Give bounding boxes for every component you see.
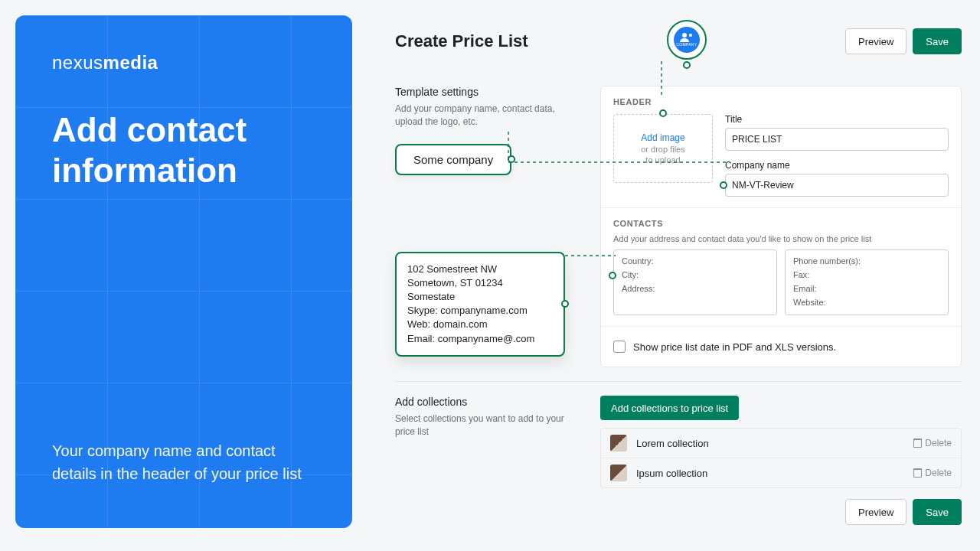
list-item[interactable]: Ipsum collection Delete (601, 458, 961, 487)
promo-panel: nexusmedia Add contact information Your … (15, 15, 352, 528)
title-label: Title (725, 114, 949, 125)
collection-thumb-icon (610, 465, 627, 481)
contact-line: Email: companyname@.com (407, 332, 553, 346)
title-input[interactable] (725, 128, 949, 151)
connector-node-icon (508, 155, 515, 163)
trash-icon (913, 468, 922, 478)
preview-button[interactable]: Preview (845, 499, 906, 525)
brand-light: nexus (52, 52, 103, 73)
settings-card: HEADER Add image or drop files to upload… (600, 86, 962, 367)
app-area: Create Price List COMPANY Preview Save T… (395, 18, 962, 525)
image-dropzone[interactable]: Add image or drop files to upload (613, 114, 713, 183)
field-label: Address: (622, 284, 769, 293)
add-collections-button[interactable]: Add collections to price list (600, 396, 739, 420)
collections-list: Lorem collection Delete Ipsum collection… (600, 428, 962, 488)
person-icon (680, 33, 694, 42)
save-button[interactable]: Save (913, 499, 962, 525)
collection-name: Lorem collection (636, 438, 709, 449)
show-date-label: Show price list date in PDF and XLS vers… (633, 341, 836, 353)
header-label: HEADER (613, 97, 949, 106)
add-image-link[interactable]: Add image (641, 132, 684, 143)
contact-line: Sometown, ST 01234 (407, 276, 553, 290)
contact-line: Somestate (407, 290, 553, 304)
page-title: Create Price List (395, 31, 528, 51)
field-label: Country: (622, 256, 769, 266)
list-item[interactable]: Lorem collection Delete (601, 429, 961, 458)
company-label: Company name (725, 160, 949, 171)
footer-actions: Preview Save (395, 499, 962, 525)
contact-preview-card: 102 Somestreet NW Sometown, ST 01234 Som… (395, 252, 565, 357)
promo-headline: Add contact information (52, 110, 315, 191)
delete-label: Delete (925, 438, 952, 448)
collections-aside: Add collections Select collections you w… (395, 396, 600, 488)
svg-point-0 (682, 33, 687, 37)
contacts-section: CONTACTS Add your address and contact da… (601, 208, 961, 327)
field-label: City: (622, 270, 769, 279)
brand: nexusmedia (52, 52, 315, 73)
connector-node-icon (561, 300, 569, 308)
save-button[interactable]: Save (913, 28, 962, 54)
logo-caption: COMPANY (676, 42, 697, 47)
collections-help: Select collections you want to add to yo… (395, 412, 585, 439)
connector-node-icon (659, 109, 667, 117)
field-label: Email: (793, 284, 940, 293)
date-toggle-section: Show price list date in PDF and XLS vers… (601, 327, 961, 367)
contacts-label: CONTACTS (613, 219, 949, 228)
address-box[interactable]: Country: City: Address: (613, 249, 777, 315)
section-divider (395, 381, 962, 382)
contact-line: Web: domain.com (407, 318, 553, 331)
promo-sub: Your company name and contact details in… (52, 439, 315, 485)
connector-node-icon (683, 61, 691, 69)
field-label: Phone number(s): (793, 256, 940, 266)
collection-name: Ipsum collection (636, 468, 707, 479)
svg-point-1 (689, 34, 692, 37)
drop-hint: to upload (645, 155, 680, 165)
delete-button[interactable]: Delete (913, 438, 952, 448)
collections-title: Add collections (395, 396, 585, 408)
template-title: Template settings (395, 86, 585, 98)
app-header: Create Price List COMPANY Preview Save (395, 18, 962, 64)
company-chip-text: Some company (413, 153, 493, 166)
template-help: Add your company name, contact data, upl… (395, 103, 585, 129)
field-label: Fax: (793, 270, 940, 279)
delete-label: Delete (925, 468, 952, 478)
preview-button[interactable]: Preview (845, 28, 906, 54)
company-chip: Some company (395, 144, 511, 175)
company-input[interactable] (725, 174, 949, 197)
template-settings-aside: Template settings Add your company name,… (395, 86, 600, 367)
collections-panel: Add collections to price list Lorem coll… (600, 396, 962, 488)
trash-icon (913, 439, 922, 448)
show-date-checkbox[interactable] (613, 341, 626, 353)
brand-bold: media (103, 52, 158, 73)
logo-badge-wrap: COMPANY (528, 21, 845, 61)
contact-box[interactable]: Phone number(s): Fax: Email: Website: (785, 249, 949, 315)
connector-node-icon (609, 272, 616, 279)
company-logo-icon: COMPANY (667, 20, 707, 60)
field-label: Website: (793, 298, 940, 307)
contact-line: Skype: companyname.com (407, 304, 553, 318)
delete-button[interactable]: Delete (913, 468, 952, 478)
drop-hint: or drop files (641, 145, 684, 154)
header-section: HEADER Add image or drop files to upload… (601, 86, 961, 208)
contacts-help: Add your address and contact data you'd … (613, 234, 949, 243)
collection-thumb-icon (610, 435, 627, 452)
connector-node-icon (720, 181, 727, 189)
contact-line: 102 Somestreet NW (407, 262, 553, 276)
